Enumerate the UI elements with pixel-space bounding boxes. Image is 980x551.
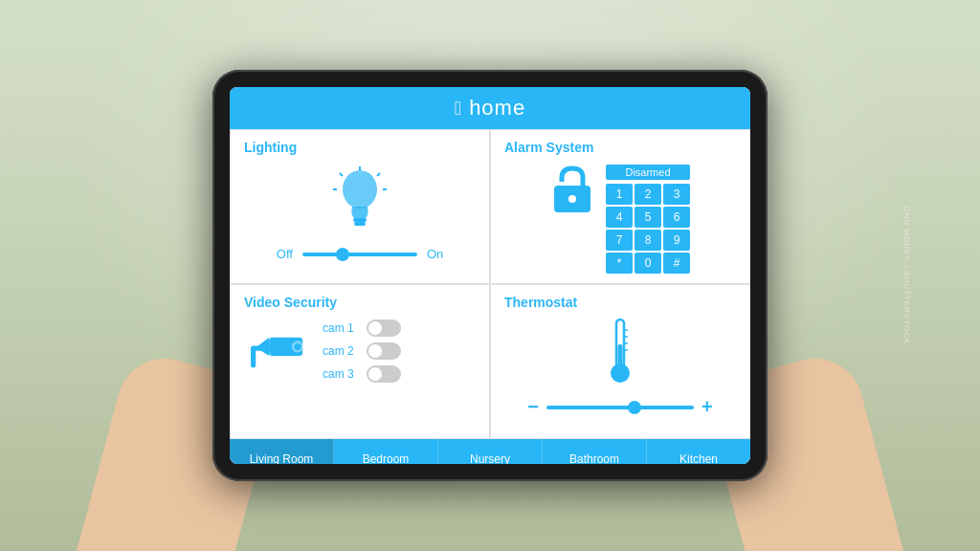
tab-living-room[interactable]: Living Room xyxy=(230,439,334,464)
watermark: CNN MONEY / SHUTTERSTOCK xyxy=(902,207,911,345)
alarm-content: Disarmed 1 2 3 4 5 6 7 8 9 xyxy=(504,165,736,274)
main-grid: Lighting xyxy=(230,129,750,439)
temp-minus-button[interactable]: − xyxy=(527,396,539,418)
cam-1-label: cam 1 xyxy=(323,321,359,335)
video-title: Video Security xyxy=(244,295,337,310)
svg-line-5 xyxy=(340,173,343,176)
temp-slider[interactable] xyxy=(546,406,694,409)
svg-rect-2 xyxy=(354,222,366,226)
lighting-toggle-row[interactable]: Off On xyxy=(244,247,476,261)
lock-icon xyxy=(550,165,594,220)
temp-slider-thumb xyxy=(628,401,641,414)
temp-control-row[interactable]: − + xyxy=(527,396,713,418)
video-row: cam 1 cam 2 cam 3 xyxy=(244,320,476,383)
bulb-icon xyxy=(331,165,389,235)
cam-2-label: cam 2 xyxy=(323,344,359,358)
key-7[interactable]: 7 xyxy=(606,230,633,251)
cam-item-3: cam 3 xyxy=(323,365,401,383)
thermometer-icon xyxy=(601,316,639,396)
cam-1-toggle[interactable] xyxy=(367,320,401,337)
tab-bedroom[interactable]: Bedroom xyxy=(334,439,438,464)
lighting-quadrant: Lighting xyxy=(230,129,490,284)
tab-bathroom[interactable]: Bathroom xyxy=(543,439,647,464)
svg-rect-1 xyxy=(353,218,367,222)
apple-logo-icon:  xyxy=(455,98,461,120)
svg-marker-16 xyxy=(256,338,269,356)
cam-3-toggle[interactable] xyxy=(367,365,401,383)
app-title: home xyxy=(469,96,525,121)
svg-point-15 xyxy=(295,343,301,350)
cam-2-toggle[interactable] xyxy=(367,342,401,360)
cam-item-2: cam 2 xyxy=(323,342,401,360)
key-5[interactable]: 5 xyxy=(635,207,661,228)
thermostat-title: Thermostat xyxy=(504,295,577,310)
key-hash[interactable]: # xyxy=(663,253,690,274)
ipad:  home Lighting xyxy=(212,70,768,481)
camera-icon xyxy=(244,320,311,382)
keypad: Disarmed 1 2 3 4 5 6 7 8 9 xyxy=(606,165,690,274)
ipad-wrapper:  home Lighting xyxy=(212,70,768,481)
cam-item-1: cam 1 xyxy=(323,320,401,337)
alarm-status: Disarmed xyxy=(606,165,690,180)
svg-line-4 xyxy=(377,173,380,176)
key-star[interactable]: * xyxy=(606,253,633,274)
tab-nursery[interactable]: Nursery xyxy=(438,439,543,464)
key-8[interactable]: 8 xyxy=(635,230,661,251)
tab-bar: Living Room Bedroom Nursery Bathroom Kit… xyxy=(230,439,750,464)
video-inner: Video Security xyxy=(244,295,476,383)
thermostat-quadrant: Thermostat xyxy=(490,284,750,439)
on-label: On xyxy=(427,247,443,261)
lighting-slider[interactable] xyxy=(302,253,417,256)
lighting-slider-thumb xyxy=(336,248,349,261)
alarm-quadrant: Alarm System Disarmed xyxy=(490,129,750,284)
alarm-title: Alarm System xyxy=(504,140,593,155)
key-1[interactable]: 1 xyxy=(606,184,633,205)
key-0[interactable]: 0 xyxy=(635,253,661,274)
key-9[interactable]: 9 xyxy=(663,230,690,251)
key-2[interactable]: 2 xyxy=(635,184,661,205)
key-6[interactable]: 6 xyxy=(663,207,690,228)
keypad-grid[interactable]: 1 2 3 4 5 6 7 8 9 * 0 # xyxy=(606,184,690,274)
svg-point-10 xyxy=(568,195,576,203)
cam-3-label: cam 3 xyxy=(323,367,359,381)
off-label: Off xyxy=(277,247,293,261)
svg-point-0 xyxy=(343,170,377,209)
svg-point-19 xyxy=(611,364,630,383)
video-quadrant: Video Security xyxy=(230,284,490,439)
key-3[interactable]: 3 xyxy=(663,184,690,205)
temp-plus-button[interactable]: + xyxy=(702,396,713,418)
app-header:  home xyxy=(230,87,750,129)
key-4[interactable]: 4 xyxy=(606,207,633,228)
tab-kitchen[interactable]: Kitchen xyxy=(647,439,750,464)
screen:  home Lighting xyxy=(230,87,750,464)
lighting-title: Lighting xyxy=(244,140,297,155)
cam-list: cam 1 cam 2 cam 3 xyxy=(323,320,401,383)
svg-rect-9 xyxy=(558,182,573,186)
